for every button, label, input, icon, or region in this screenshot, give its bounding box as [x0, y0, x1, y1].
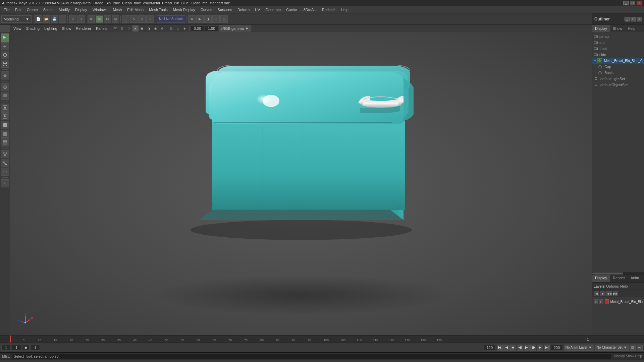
snap-to-point-button[interactable]: ◇	[138, 15, 146, 23]
backface-btn[interactable]: ◈	[182, 25, 188, 32]
paint-tool[interactable]	[1, 159, 9, 167]
color-space-selector[interactable]: sRGB gamma ▼	[219, 25, 251, 32]
menu-uv[interactable]: UV	[253, 7, 262, 12]
end-frame-input[interactable]: 120	[484, 345, 496, 351]
show-render-button[interactable]: ◻	[220, 15, 228, 23]
select-by-component-button[interactable]: ⊞	[96, 15, 103, 23]
wireframe-btn[interactable]: □	[126, 25, 132, 32]
render-tool[interactable]	[1, 104, 9, 112]
outliner-item-basis[interactable]: Basis	[596, 70, 644, 76]
lasso-tool-button[interactable]: ◎	[112, 15, 119, 23]
rp-back-btn[interactable]: ◀	[594, 291, 599, 296]
menu-curves[interactable]: Curves	[198, 7, 215, 12]
outliner-tab-help[interactable]: Help	[625, 25, 639, 32]
outliner-item-front[interactable]: front	[592, 46, 644, 52]
snap-to-surface-button[interactable]: ⌂	[146, 15, 154, 23]
cam-btn[interactable]: 📷	[112, 25, 118, 32]
close-button[interactable]: ×	[637, 1, 642, 5]
menu-windows[interactable]: Windows	[90, 7, 110, 12]
isolate-btn[interactable]: ⊡	[168, 25, 174, 32]
outliner-maximize[interactable]: □	[631, 17, 636, 21]
smooth-shade-btn[interactable]: ■	[132, 25, 139, 32]
outliner-scrollbar[interactable]	[592, 272, 644, 275]
new-scene-button[interactable]: 📄	[35, 15, 42, 23]
auto-key-button[interactable]	[630, 345, 636, 351]
snap-to-grid-button[interactable]: ⋮	[122, 15, 129, 23]
exposure-input[interactable]	[191, 25, 204, 32]
play-backward-button[interactable]	[517, 345, 523, 351]
current-frame-input[interactable]	[12, 345, 21, 351]
rp-fwd-btn[interactable]: ▶	[600, 291, 605, 296]
go-to-start-button[interactable]	[497, 345, 503, 351]
outliner-close[interactable]: ×	[637, 17, 642, 21]
show-hide-tool[interactable]	[1, 83, 9, 91]
outliner-tab-display[interactable]: Display	[592, 25, 610, 32]
layer-v-button[interactable]: V	[594, 299, 598, 304]
maximize-button[interactable]: □	[630, 1, 635, 5]
key-settings-button[interactable]	[637, 345, 643, 351]
select-by-hierarchy-button[interactable]: ⊕	[88, 15, 95, 23]
anim-layer-selector[interactable]: No Anim Layer ▼	[564, 345, 594, 351]
range-end-input[interactable]: 200	[551, 345, 563, 351]
next-frame-button[interactable]	[537, 345, 543, 351]
outliner-item-persp[interactable]: persp	[592, 34, 644, 40]
shadow-btn[interactable]: ◉	[153, 25, 159, 32]
menu-edit-mesh[interactable]: Edit Mesh	[125, 7, 146, 12]
deform-tool[interactable]	[1, 168, 9, 176]
timeline-ruler[interactable]: 1 5 10 15 20 25 30 35 40 45 50 55 60 65 …	[0, 336, 644, 343]
view-menu-show[interactable]: Show	[60, 26, 73, 31]
rp-options-tab[interactable]: Options	[606, 284, 619, 288]
gamma-input[interactable]	[205, 25, 218, 32]
menu-generate[interactable]: Generate	[263, 7, 283, 12]
texture-btn[interactable]: ▣	[139, 25, 145, 32]
play-forward-button[interactable]	[524, 345, 530, 351]
lighting-btn[interactable]: ◑	[146, 25, 152, 32]
outliner-scrollbar-thumb[interactable]	[592, 273, 623, 275]
outliner-item-default-object-set[interactable]: defaultObjectSet	[592, 82, 644, 88]
prev-frame-button[interactable]	[503, 345, 509, 351]
ao-btn[interactable]: ⊕	[159, 25, 165, 32]
next-key-button[interactable]	[530, 345, 536, 351]
menu-help[interactable]: Help	[338, 7, 351, 12]
menu-deform[interactable]: Deform	[235, 7, 252, 12]
menu-mesh-tools[interactable]: Mesh Tools	[147, 7, 170, 12]
save-scene-button[interactable]: 💾	[51, 15, 58, 23]
viewport[interactable]: X Y Z persp	[10, 32, 592, 342]
menu-cache[interactable]: Cache	[284, 7, 299, 12]
go-to-end-button[interactable]	[544, 345, 550, 351]
view-menu-lighting[interactable]: Lighting	[42, 26, 59, 31]
menu-select[interactable]: Select	[41, 7, 56, 12]
prev-key-button[interactable]	[510, 345, 516, 351]
frame-selector[interactable]: ▣	[22, 345, 30, 351]
menu-edit[interactable]: Edit	[13, 7, 24, 12]
current-frame-input-2[interactable]	[31, 345, 40, 351]
layer-color-swatch[interactable]	[605, 299, 609, 304]
menu-surfaces[interactable]: Surfaces	[215, 7, 234, 12]
move-tool[interactable]: ✛	[1, 42, 9, 50]
rp-fwd2-btn[interactable]: ▶▶	[613, 291, 618, 296]
rp-layers-tab[interactable]: Layers	[594, 284, 605, 288]
outliner-item-side[interactable]: side	[592, 52, 644, 58]
render-settings-button[interactable]: ⚙	[188, 15, 196, 23]
outliner-item-default-light-set[interactable]: defaultLightSet	[592, 76, 644, 82]
render-region-button[interactable]: ⊟	[212, 15, 220, 23]
attribute-tool[interactable]	[1, 121, 9, 129]
rigging-tool[interactable]	[1, 150, 9, 158]
ipr-button[interactable]: ◑	[204, 15, 212, 23]
view-menu-view[interactable]: View	[11, 26, 23, 31]
window-controls[interactable]: _ □ ×	[623, 1, 642, 5]
outliner-window-buttons[interactable]: _ □ ×	[625, 17, 642, 21]
outliner-tool[interactable]	[1, 130, 9, 138]
make-live-button[interactable]: No Live Surface	[157, 15, 185, 23]
universal-manip[interactable]	[1, 71, 9, 79]
outliner-item-top[interactable]: top	[592, 40, 644, 46]
channel-box-tool[interactable]	[1, 138, 9, 146]
rp-tab-display[interactable]: Display	[592, 275, 610, 282]
render-button[interactable]: ▶	[196, 15, 204, 23]
extra-tool[interactable]: •	[1, 179, 9, 187]
select-tool[interactable]	[1, 34, 9, 42]
menu-create[interactable]: Create	[24, 7, 40, 12]
outliner-item-cap[interactable]: Cap	[596, 64, 644, 70]
rp-back2-btn[interactable]: ◀◀	[606, 291, 612, 296]
character-set-selector[interactable]: No Character Set ▼	[595, 345, 629, 351]
